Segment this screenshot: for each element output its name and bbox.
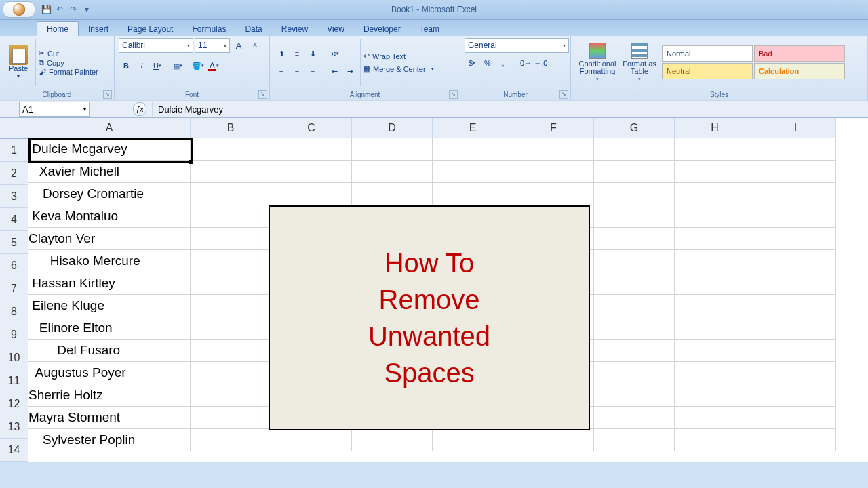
cell[interactable] [191,228,271,250]
fx-icon[interactable]: ƒx [133,102,146,116]
cell[interactable]: Xavier Michell [28,161,191,183]
row-header[interactable]: 6 [0,254,28,277]
cell[interactable] [675,228,755,250]
underline-button[interactable]: U▾ [150,58,165,73]
bold-button[interactable]: B [119,58,134,73]
cell[interactable] [433,183,513,205]
cell[interactable] [352,161,433,183]
cell[interactable] [594,384,675,407]
percent-button[interactable]: % [480,56,495,70]
cell[interactable] [513,161,594,183]
cell[interactable] [191,183,271,205]
cell[interactable] [675,272,755,295]
cell[interactable] [755,407,836,429]
worksheet-grid[interactable]: 1234567891011121314 ABCDEFGHI Dulcie Mcg… [0,118,868,462]
cell[interactable] [594,161,675,183]
tab-review[interactable]: Review [272,22,317,36]
cell[interactable] [755,429,836,451]
fill-color-button[interactable]: 🪣▾ [191,58,205,73]
alignment-launcher-icon[interactable]: ↘ [449,90,458,99]
cell[interactable] [191,138,271,161]
style-bad[interactable]: Bad [754,45,845,62]
column-header[interactable]: A [28,118,191,138]
cell[interactable] [675,250,755,272]
cell[interactable] [755,317,836,340]
tab-view[interactable]: View [317,22,354,36]
format-as-table-button[interactable]: Format as Table▾ [620,43,659,83]
grow-font-button[interactable]: A [231,38,246,53]
cell[interactable] [675,429,755,451]
cell[interactable] [191,250,271,272]
wrap-text-button[interactable]: ↩Wrap Text [363,52,434,60]
cell[interactable] [675,183,755,205]
cell[interactable] [594,183,675,205]
cell[interactable] [755,161,836,183]
column-header[interactable]: H [675,118,755,138]
cell[interactable] [675,205,755,228]
cell[interactable] [755,205,836,228]
column-header[interactable]: E [433,118,513,138]
tab-insert[interactable]: Insert [79,22,118,36]
office-button[interactable] [3,1,35,18]
cell[interactable] [675,340,755,362]
cell[interactable] [513,138,594,161]
row-header[interactable]: 4 [0,208,28,231]
align-top-button[interactable]: ⬆ [274,46,289,61]
cell[interactable] [675,161,755,183]
cell[interactable] [352,138,433,161]
cell[interactable]: Keva Montaluo [28,205,191,228]
format-painter-button[interactable]: 🖌Format Painter [39,68,98,76]
cell[interactable] [271,429,352,451]
font-launcher-icon[interactable]: ↘ [258,90,267,99]
font-size-combo[interactable]: 11▾ [195,38,230,53]
cell[interactable] [675,138,755,161]
tab-developer[interactable]: Developer [354,22,410,36]
copy-button[interactable]: ⧉Copy [39,58,98,67]
cell[interactable] [755,384,836,407]
shrink-font-button[interactable]: A [248,38,262,53]
name-box[interactable]: A1▾ [19,102,90,117]
select-all-button[interactable] [0,118,28,139]
cell[interactable] [352,429,433,451]
cell[interactable] [594,295,675,317]
align-right-button[interactable]: ≡ [305,64,320,79]
cut-button[interactable]: ✂Cut [39,49,98,58]
orientation-button[interactable]: ⤮▾ [327,46,342,61]
qat-customize-icon[interactable]: ▾ [81,4,92,15]
row-header[interactable]: 2 [0,162,28,185]
cell[interactable] [755,340,836,362]
cell[interactable] [594,429,675,451]
tab-page-layout[interactable]: Page Layout [118,22,182,36]
cell[interactable] [433,429,513,451]
cell[interactable] [755,295,836,317]
save-icon[interactable]: 💾 [41,4,52,15]
cell[interactable] [594,138,675,161]
comma-button[interactable]: , [496,56,511,70]
style-neutral[interactable]: Neutral [662,63,753,79]
undo-icon[interactable]: ↶ [54,4,65,15]
cell[interactable] [675,295,755,317]
row-header[interactable]: 1 [0,139,28,162]
column-header[interactable]: C [271,118,352,138]
row-header[interactable]: 11 [0,369,28,392]
cell[interactable] [191,295,271,317]
row-header[interactable]: 8 [0,300,28,323]
italic-button[interactable]: I [134,58,149,73]
merge-center-button[interactable]: ▦Merge & Center▾ [363,64,434,73]
column-headers[interactable]: ABCDEFGHI [28,118,868,138]
cell[interactable]: Del Fusaro [28,340,191,362]
align-center-button[interactable]: ≡ [290,64,304,79]
cell[interactable]: Clayton Ver [28,228,191,250]
number-format-combo[interactable]: General▾ [465,38,569,53]
cell[interactable] [594,228,675,250]
cell[interactable]: Hassan Kirtley [28,272,191,295]
cell[interactable]: Dorsey Cromartie [28,183,191,205]
cell[interactable] [271,138,352,161]
currency-button[interactable]: $▾ [465,56,479,70]
cell[interactable]: Mayra Storment [28,407,191,429]
tab-data[interactable]: Data [235,22,271,36]
cell[interactable]: Augustus Poyer [28,362,191,384]
cell[interactable]: Eilene Kluge [28,295,191,317]
formula-input[interactable]: Dulcie Mcgarvey [152,102,868,116]
conditional-formatting-button[interactable]: Conditional Formatting▾ [575,43,620,83]
